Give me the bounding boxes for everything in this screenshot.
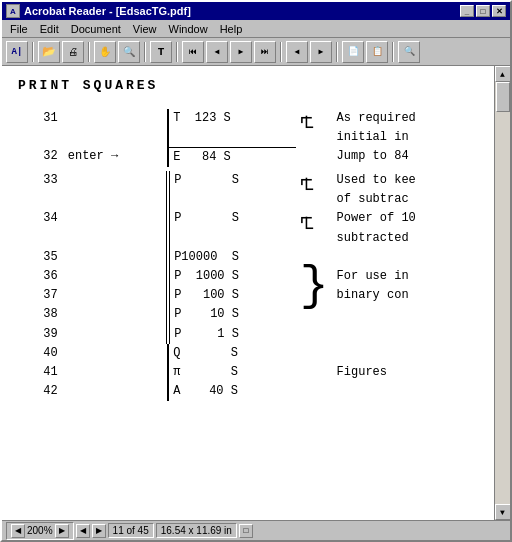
bracket-col <box>296 147 333 167</box>
tool-print[interactable]: 🖨 <box>62 41 84 63</box>
entry-label <box>66 229 168 248</box>
bar-col: P 1000 S <box>168 267 296 286</box>
entry-label <box>66 325 168 344</box>
bar-col: P 10 S <box>168 305 296 324</box>
vertical-scrollbar: ▲ ▼ <box>494 66 510 520</box>
entry-label <box>66 305 168 324</box>
scroll-thumb[interactable] <box>496 82 510 112</box>
code-text: P10000 S <box>174 250 239 264</box>
line-number: 38 <box>18 305 66 324</box>
table-row: 41 π S Figures <box>18 363 478 382</box>
line-number: 36 <box>18 267 66 286</box>
table-row: 40 Q S <box>18 344 478 363</box>
scroll-up-button[interactable]: ▲ <box>495 66 511 82</box>
nav-last[interactable]: ⏭ <box>254 41 276 63</box>
title-buttons: _ □ ✕ <box>460 5 506 17</box>
line-number <box>18 128 66 147</box>
line-number: 35 <box>18 248 66 267</box>
dimensions-section: 16.54 x 11.69 in <box>156 523 237 538</box>
scroll-down-button[interactable]: ▼ <box>495 504 511 520</box>
table-row: 33 P S ⌐ Used to kee <box>18 171 478 190</box>
code-text: P 1000 S <box>174 269 239 283</box>
code-text: P 1 S <box>174 327 239 341</box>
app-icon: A <box>6 4 20 18</box>
entry-label <box>66 128 168 147</box>
menu-edit[interactable]: Edit <box>34 22 65 36</box>
entry-label <box>66 344 168 363</box>
nav-prev[interactable]: ◀ <box>206 41 228 63</box>
tool-find[interactable]: 🔍 <box>398 41 420 63</box>
entry-label <box>66 171 168 190</box>
page-info: 11 of 45 <box>113 525 149 536</box>
bracket-col <box>296 363 333 382</box>
comment-col: initial in <box>333 128 478 147</box>
bracket-bottom: └ <box>300 178 313 203</box>
line-number <box>18 190 66 209</box>
code-text: E 84 S <box>173 150 231 164</box>
code-text: P 10 S <box>174 307 239 321</box>
code-text: A 40 S <box>173 384 238 398</box>
code-text: Q S <box>173 346 238 360</box>
table-row: 35 P10000 S } <box>18 248 478 267</box>
line-number: 31 <box>18 109 66 128</box>
toolbar-sep-2 <box>88 42 90 62</box>
table-row: 32 enter → E 84 S Jump to 84 <box>18 147 478 167</box>
menu-help[interactable]: Help <box>214 22 249 36</box>
entry-label <box>66 286 168 305</box>
bar-col: P10000 S <box>168 248 296 267</box>
entry-label <box>66 382 168 401</box>
nav-first[interactable]: ⏮ <box>182 41 204 63</box>
tool-zoom[interactable]: 🔍 <box>118 41 140 63</box>
menu-document[interactable]: Document <box>65 22 127 36</box>
nav-forward[interactable]: ▶ <box>310 41 332 63</box>
tool-bookmarks[interactable]: 📋 <box>366 41 388 63</box>
line-number: 42 <box>18 382 66 401</box>
nav-next[interactable]: ▶ <box>230 41 252 63</box>
line-number: 40 <box>18 344 66 363</box>
minimize-button[interactable]: _ <box>460 5 474 17</box>
table-row: 34 P S ⌐ Power of 10 <box>18 209 478 228</box>
tool-zoom-text[interactable]: A| <box>6 41 28 63</box>
comment-col: For use in <box>333 267 478 286</box>
table-row: └ subtracted <box>18 229 478 248</box>
tool-page[interactable]: 📄 <box>342 41 364 63</box>
entry-label <box>66 267 168 286</box>
tool-open[interactable]: 📂 <box>38 41 60 63</box>
maximize-button[interactable]: □ <box>476 5 490 17</box>
fit-page-button[interactable]: □ <box>239 524 253 538</box>
menu-view[interactable]: View <box>127 22 163 36</box>
nav-next-page[interactable]: ▶ <box>92 524 106 538</box>
zoom-level: 200% <box>27 525 53 536</box>
nav-prev-page[interactable]: ◀ <box>76 524 90 538</box>
menu-window[interactable]: Window <box>163 22 214 36</box>
scroll-track[interactable] <box>495 82 510 504</box>
bar-col: Q S <box>168 344 296 363</box>
bar-col: P 1 S <box>168 325 296 344</box>
table-row: 39 P 1 S <box>18 325 478 344</box>
comment-col: Power of 10 <box>333 209 478 228</box>
page-info-section: 11 of 45 <box>108 523 154 538</box>
bracket-bottom: └ <box>300 116 313 141</box>
page-title: PRINT SQUARES <box>18 78 478 93</box>
main-window: A Acrobat Reader - [EdsacTG.pdf] _ □ ✕ F… <box>0 0 512 542</box>
nav-back[interactable]: ◀ <box>286 41 308 63</box>
document-content: PRINT SQUARES 31 T 123 S ⌐ As requ <box>2 66 494 520</box>
zoom-in-button[interactable]: ▶ <box>55 524 69 538</box>
comment-col: binary con <box>333 286 478 305</box>
tool-text[interactable]: T <box>150 41 172 63</box>
tool-select[interactable]: ✋ <box>94 41 116 63</box>
close-button[interactable]: ✕ <box>492 5 506 17</box>
comment-col: Jump to 84 <box>333 147 478 167</box>
toolbar-sep-6 <box>336 42 338 62</box>
comment-col <box>333 325 478 344</box>
bar-col: P S <box>168 171 296 190</box>
bar-col <box>168 128 296 147</box>
bar-col: A 40 S <box>168 382 296 401</box>
window-title: Acrobat Reader - [EdsacTG.pdf] <box>24 5 191 17</box>
menu-file[interactable]: File <box>4 22 34 36</box>
bar-col <box>168 190 296 209</box>
bar-col: E 84 S <box>168 147 296 167</box>
zoom-out-button[interactable]: ◀ <box>11 524 25 538</box>
entry-label <box>66 209 168 228</box>
bracket-col: └ <box>296 128 333 147</box>
